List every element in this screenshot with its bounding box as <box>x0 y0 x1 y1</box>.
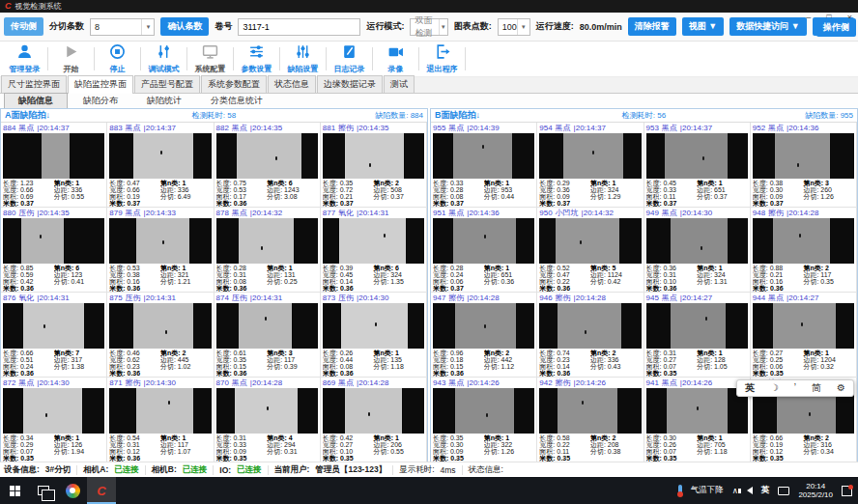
main-tab-6[interactable]: 测试 <box>384 75 415 93</box>
defect-time: |20:14:36 <box>786 124 818 132</box>
divider <box>392 465 393 475</box>
run-mode-select[interactable]: 双面检测▾ <box>410 18 447 36</box>
defect-cell[interactable]: 941黑点|20:14:26长度: 0.30宽度: 0.26面积: 0.07米数… <box>644 378 751 462</box>
defect-cell[interactable]: 874压伤|20:14:31长度: 0.61宽度: 0.35面积: 0.15米数… <box>214 293 321 378</box>
defect-cell-header: 950小凹坑|20:14:32 <box>538 208 642 218</box>
action-user-button[interactable]: 管理登录 <box>2 43 47 74</box>
view-menu-button[interactable]: 视图 ▼ <box>682 17 724 36</box>
main-tab-0[interactable]: 尺寸监控界面 <box>1 75 67 93</box>
defect-cell[interactable]: 942擦伤|20:14:26长度: 0.58宽度: 0.22面积: 0.11米数… <box>537 378 644 462</box>
minimize-button[interactable]: – <box>806 13 811 22</box>
panel-b-header: B面缺陷拍↓ 检测耗时: 56 缺陷数量: 955 <box>431 109 857 123</box>
ime-settings-gear-icon[interactable]: ⚙ <box>837 383 845 393</box>
confirm-count-button[interactable]: 确认条数 <box>160 17 209 36</box>
ime-punctuation-toggle[interactable]: ’ <box>794 383 796 393</box>
defect-cell[interactable]: 869黑点|20:14:28长度: 0.42宽度: 0.27面积: 0.10米数… <box>321 378 427 462</box>
drive-side-button[interactable]: 传动侧 <box>4 17 43 36</box>
defect-measurements: 长度: 0.74宽度: 0.23面积: 0.14米数: 0.36 <box>539 350 590 377</box>
defect-cell[interactable]: 880压伤|20:14:35长度: 0.85宽度: 0.59面积: 0.42米数… <box>1 208 107 293</box>
ime-charset-toggle[interactable]: 简 <box>812 383 821 393</box>
defect-cell[interactable]: 877氧化|20:14:31长度: 0.39宽度: 0.45面积: 0.14米数… <box>321 208 427 293</box>
action-monitor-button[interactable]: 系统配置 <box>187 43 233 74</box>
defect-cell[interactable]: 876氧化|20:14:31长度: 0.66宽度: 0.51面积: 0.24米数… <box>1 293 107 378</box>
defect-cell[interactable]: 872黑点|20:14:30长度: 0.34宽度: 0.29面积: 0.07米数… <box>1 378 107 462</box>
action-log-button[interactable]: 日志记录 <box>327 43 372 74</box>
sub-tab-0[interactable]: 缺陷信息 <box>4 93 68 109</box>
defect-mark <box>40 235 42 238</box>
data-quick-access-menu-button[interactable]: 数据快捷访问 ▼ <box>729 17 806 36</box>
main-tab-1[interactable]: 缺陷监控界面 <box>68 75 133 94</box>
slit-count-select[interactable]: 8▾ <box>90 18 155 36</box>
notification-center-icon[interactable] <box>842 486 852 496</box>
action-exit-button[interactable]: 退出程序 <box>419 43 465 74</box>
defect-mark <box>797 163 799 167</box>
inspection-app-button[interactable]: C <box>87 477 116 504</box>
weather-text[interactable]: 气温下降 <box>691 485 724 496</box>
panel-b-title: B面缺陷拍↓ <box>435 109 622 122</box>
defect-cell[interactable]: 881擦伤|20:14:35长度: 0.35宽度: 0.72面积: 0.21米数… <box>321 123 427 208</box>
sub-tab-2[interactable]: 缺陷统计 <box>133 94 195 108</box>
action-stop-button[interactable]: 停止 <box>95 43 140 74</box>
defect-cell[interactable]: 873压伤|20:14:30长度: 0.26宽度: 0.44面积: 0.08米数… <box>321 293 427 378</box>
camera-b-status: 已连接 <box>183 464 208 476</box>
defect-cell[interactable]: 878黑点|20:14:32长度: 0.28宽度: 0.31面积: 0.08米数… <box>214 208 321 293</box>
volume-icon[interactable] <box>747 487 753 494</box>
defect-cell[interactable]: 943黑点|20:14:26长度: 0.35宽度: 0.30面积: 0.09米数… <box>431 378 537 462</box>
defect-cell[interactable]: 883黑点|20:14:37长度: 0.47宽度: 0.66面积: 0.19米数… <box>107 123 214 208</box>
task-view-button[interactable] <box>29 477 58 504</box>
main-tab-bar: 尺寸监控界面缺陷监控界面产品型号配置系统参数配置状态信息边缘数据记录测试 <box>0 77 858 94</box>
defect-cell-header: 869黑点|20:14:28 <box>322 378 425 388</box>
defect-cell[interactable]: 954黑点|20:14:37长度: 0.29宽度: 0.36面积: 0.09米数… <box>537 123 644 208</box>
roll-number-input[interactable] <box>238 18 360 36</box>
input-language-indicator[interactable]: 英 <box>761 485 770 496</box>
main-tab-2[interactable]: 产品型号配置 <box>134 75 200 93</box>
defect-cell[interactable]: 944黑点|20:14:27长度: 0.27宽度: 0.25面积: 0.06米数… <box>751 293 857 378</box>
defect-cell[interactable]: 948擦伤|20:14:28长度: 0.88宽度: 0.21面积: 0.16米数… <box>751 208 857 293</box>
chart-points-select[interactable]: 100▾ <box>498 18 530 36</box>
defect-cell[interactable]: 949黑点|20:14:30长度: 0.36宽度: 0.31面积: 0.10米数… <box>644 208 751 293</box>
defect-image <box>433 303 534 349</box>
action-v-sliders-button[interactable]: 缺陷设置 <box>280 43 326 74</box>
weather-thermometer-icon[interactable] <box>678 485 682 496</box>
defect-cell[interactable]: 870黑点|20:14:28长度: 0.31宽度: 0.33面积: 0.09米数… <box>214 378 321 462</box>
action-play-button[interactable]: 开始 <box>48 43 94 74</box>
touch-keyboard-icon[interactable] <box>778 487 789 495</box>
defect-cell[interactable]: 952黑点|20:14:36长度: 0.38宽度: 0.30面积: 0.09米数… <box>751 123 857 208</box>
defect-cell[interactable]: 879黑点|20:14:33长度: 0.53宽度: 0.38面积: 0.16米数… <box>107 208 214 293</box>
defect-cell[interactable]: 945黑点|20:14:27长度: 0.31宽度: 0.27面积: 0.07米数… <box>644 293 751 378</box>
action-debug-sliders-button[interactable]: 调试模式 <box>141 43 186 74</box>
defect-cell[interactable]: 953黑点|20:14:37长度: 0.45宽度: 0.33面积: 0.11米数… <box>644 123 751 208</box>
operator-side-button[interactable]: 操作侧 <box>816 18 856 37</box>
chart-points-label: 图表点数: <box>454 20 492 33</box>
sub-tab-3[interactable]: 分类信息统计 <box>197 94 276 108</box>
start-button[interactable] <box>0 477 29 504</box>
action-h-sliders-button[interactable]: 参数设置 <box>234 43 279 74</box>
main-tab-4[interactable]: 状态信息 <box>268 75 316 93</box>
sort-descending-icon[interactable]: ↓ <box>476 110 481 120</box>
taskbar-clock[interactable]: 20:142025/2/10 <box>798 482 833 499</box>
defect-cell[interactable]: 871擦伤|20:14:30长度: 0.54宽度: 0.31面积: 0.12米数… <box>107 378 214 462</box>
main-tab-5[interactable]: 边缘数据记录 <box>317 75 383 93</box>
sort-descending-icon[interactable]: ↓ <box>46 110 51 120</box>
action-camera-button[interactable]: 录像 <box>373 43 418 74</box>
current-user-label: 当前用户: <box>274 464 310 476</box>
browser-app-button[interactable] <box>58 477 87 504</box>
defect-cell[interactable]: 884黑点|20:14:37长度: 1.23宽度: 0.66面积: 0.69米数… <box>1 123 107 208</box>
defect-cell[interactable]: 955黑点|20:14:39长度: 0.33宽度: 0.28面积: 0.08米数… <box>431 123 537 208</box>
defect-time: |20:14:35 <box>250 124 282 132</box>
defect-id: 952 <box>753 124 765 132</box>
defect-cell[interactable]: 950小凹坑|20:14:32长度: 0.52宽度: 0.47面积: 0.22米… <box>537 208 644 293</box>
clear-alarm-button[interactable]: 清除报警 <box>628 17 676 36</box>
defect-cell[interactable]: 882黑点|20:14:35长度: 0.75宽度: 0.53面积: 0.17米数… <box>214 123 321 208</box>
main-tab-3[interactable]: 系统参数配置 <box>201 75 267 93</box>
ime-lang-toggle[interactable]: 英 <box>745 383 755 393</box>
defect-image <box>539 303 641 349</box>
defect-cell[interactable]: 951黑点|20:14:36长度: 0.28宽度: 0.24面积: 0.06米数… <box>431 208 537 293</box>
defect-cell[interactable]: 947擦伤|20:14:28长度: 0.96宽度: 0.18面积: 0.15米数… <box>431 293 537 378</box>
defect-type: 擦伤 <box>126 378 141 388</box>
defect-time: |20:14:30 <box>37 378 69 387</box>
defect-cell[interactable]: 946擦伤|20:14:28长度: 0.74宽度: 0.23面积: 0.14米数… <box>537 293 644 378</box>
defect-cell[interactable]: 875压伤|20:14:31长度: 0.46宽度: 0.62面积: 0.23米数… <box>107 293 214 378</box>
ime-shape-mode-icon[interactable]: ☽ <box>770 383 779 393</box>
sub-tab-1[interactable]: 缺陷分布 <box>70 94 131 108</box>
